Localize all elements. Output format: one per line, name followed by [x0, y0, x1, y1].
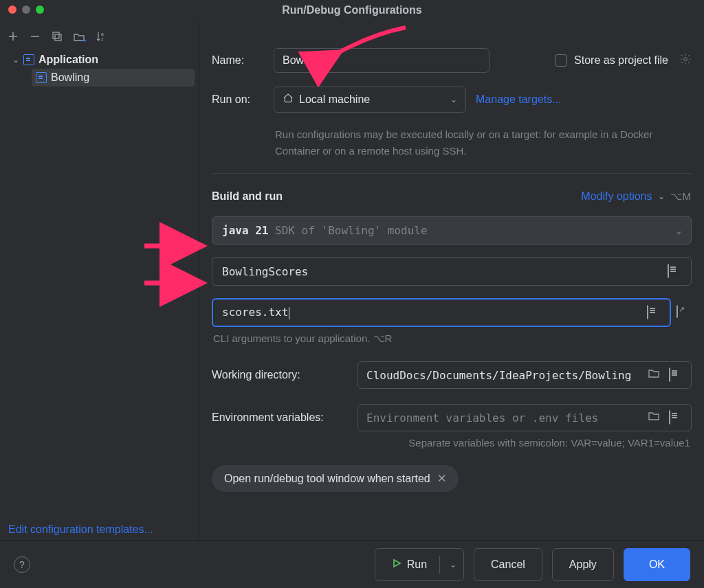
modify-options-link[interactable]: Modify options	[581, 190, 652, 203]
program-args-input[interactable]: scores.txt	[212, 298, 671, 327]
browse-class-icon[interactable]	[668, 264, 681, 278]
env-vars-input[interactable]: Environment variables or .env files	[358, 404, 692, 431]
dialog-footer: ? Run ⌄ Cancel Apply OK	[0, 540, 704, 588]
separator	[439, 556, 440, 574]
folder-icon[interactable]	[648, 368, 662, 382]
cli-hint: CLI arguments to your application. ⌥R	[213, 332, 692, 345]
name-input[interactable]: Bowling	[274, 48, 490, 73]
add-config-icon[interactable]	[7, 30, 19, 43]
tree-item-bowling[interactable]: Bowling	[32, 69, 195, 87]
svg-text:z: z	[101, 36, 104, 41]
run-icon	[392, 558, 402, 571]
apply-button[interactable]: Apply	[552, 548, 614, 581]
run-button[interactable]: Run ⌄	[375, 548, 464, 581]
env-vars-label: Environment variables:	[212, 411, 349, 424]
build-run-heading: Build and run	[212, 190, 283, 203]
run-on-label: Run on:	[212, 93, 264, 106]
titlebar: Run/Debug Configurations	[0, 0, 704, 21]
application-icon	[23, 54, 34, 65]
home-icon	[283, 93, 294, 106]
expand-args-icon[interactable]	[676, 306, 690, 319]
run-button-label: Run	[407, 558, 427, 571]
svg-rect-1	[55, 34, 61, 41]
ok-button-label: OK	[649, 558, 665, 571]
working-dir-label: Working directory:	[212, 369, 349, 381]
manage-targets-link[interactable]: Manage targets...	[476, 93, 562, 106]
tree-group-application[interactable]: ⌄ Application	[8, 51, 195, 69]
chevron-down-icon: ⌄	[658, 192, 665, 201]
gear-icon[interactable]	[679, 53, 692, 68]
chevron-down-icon[interactable]: ⌄	[450, 560, 456, 569]
browse-args-icon[interactable]	[647, 306, 661, 319]
jdk-module: SDK of 'Bowling' module	[268, 224, 427, 237]
name-label: Name:	[212, 54, 264, 67]
env-vars-placeholder: Environment variables or .env files	[366, 411, 641, 425]
main-class-input[interactable]: BowlingScores	[212, 257, 692, 286]
browse-list-icon[interactable]	[669, 368, 683, 382]
chevron-down-icon: ⌄	[12, 55, 19, 65]
program-args-value: scores.txt	[222, 306, 288, 319]
svg-point-4	[684, 58, 688, 61]
chip-label: Open run/debug tool window when started	[224, 473, 430, 485]
main-class-value: BowlingScores	[222, 265, 661, 278]
close-icon[interactable]: ✕	[437, 472, 446, 485]
copy-config-icon[interactable]	[51, 30, 63, 43]
ok-button[interactable]: OK	[624, 548, 690, 581]
cancel-button-label: Cancel	[491, 558, 525, 571]
new-folder-icon[interactable]: +	[73, 30, 85, 43]
chevron-down-icon: ⌄	[450, 95, 457, 104]
content-panel: Name: Bowling Store as project file Run …	[199, 21, 704, 540]
modify-options-shortcut: ⌥M	[670, 190, 692, 203]
store-as-project-label: Store as project file	[574, 54, 668, 67]
close-window-icon[interactable]	[8, 5, 16, 14]
sidebar-toolbar: + az	[4, 26, 195, 51]
option-chip-open-tool-window[interactable]: Open run/debug tool window when started …	[212, 465, 459, 492]
working-dir-value: CloudDocs/Documents/IdeaProjects/Bowling	[366, 369, 641, 382]
store-as-project-checkbox[interactable]	[555, 54, 567, 67]
text-cursor	[289, 307, 289, 319]
zoom-window-icon[interactable]	[36, 5, 44, 14]
remove-config-icon[interactable]	[29, 30, 41, 43]
sidebar: + az ⌄ Application Bowling Edit configur…	[0, 21, 199, 540]
apply-button-label: Apply	[569, 558, 597, 571]
help-button[interactable]: ?	[14, 556, 30, 573]
cancel-button[interactable]: Cancel	[474, 548, 542, 581]
browse-list-icon[interactable]	[669, 411, 683, 425]
run-on-hint: Run configurations may be executed local…	[275, 126, 692, 159]
jdk-select[interactable]: java 21 SDK of 'Bowling' module ⌄	[212, 216, 692, 245]
env-hint: Separate variables with semicolon: VAR=v…	[212, 437, 690, 449]
tree-item-label: Bowling	[51, 71, 89, 84]
chevron-down-icon: ⌄	[676, 226, 681, 236]
working-dir-input[interactable]: CloudDocs/Documents/IdeaProjects/Bowling	[358, 361, 692, 389]
run-on-select[interactable]: Local machine ⌄	[274, 87, 466, 113]
svg-text:a: a	[101, 32, 104, 36]
tree-group-label: Application	[38, 54, 98, 66]
sort-icon[interactable]: az	[95, 30, 107, 43]
application-icon	[36, 72, 47, 83]
folder-icon[interactable]	[648, 411, 662, 425]
edit-templates-link[interactable]: Edit configuration templates...	[8, 523, 153, 536]
dialog-title: Run/Debug Configurations	[282, 4, 422, 16]
divider	[212, 173, 692, 174]
svg-rect-0	[53, 32, 59, 38]
minimize-window-icon[interactable]	[22, 5, 30, 14]
jdk-name: java 21	[222, 224, 268, 237]
run-on-value: Local machine	[299, 93, 370, 106]
window-traffic-lights	[8, 5, 44, 14]
